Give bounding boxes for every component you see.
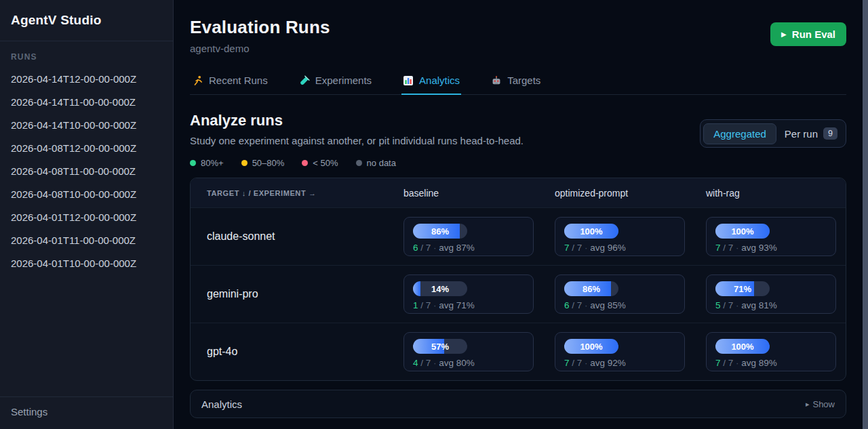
matrix-cell[interactable]: 57%4 / 7 · avg 80% — [403, 332, 534, 371]
matrix-cell[interactable]: 71%5 / 7 · avg 81% — [706, 274, 836, 314]
page-title: Evaluation Runs — [190, 17, 846, 38]
pass-count: 7 — [564, 243, 570, 253]
show-toggle[interactable]: ▸ Show — [806, 399, 835, 409]
settings-link[interactable]: Settings — [11, 406, 47, 417]
pass-rate-percent: 100% — [564, 339, 618, 354]
matrix-cell[interactable]: 100%7 / 7 · avg 89% — [706, 332, 836, 371]
sidebar-run-item[interactable]: 2026-04-08T10-00-00-000Z — [0, 182, 173, 205]
pass-rate-percent: 100% — [715, 224, 770, 239]
denominator: / 7 — [570, 358, 583, 368]
sidebar-run-item[interactable]: 2026-04-01T11-00-00-000Z — [0, 228, 173, 251]
run-eval-button[interactable]: ▶ Run Eval — [770, 22, 846, 46]
tab-bar: Recent RunsExperimentsAnalyticsTargets — [190, 68, 846, 95]
pass-rate-bar: 71% — [715, 281, 770, 296]
avg-score: avg 96% — [590, 243, 626, 253]
avg-score: avg 85% — [590, 300, 626, 310]
sidebar-run-item[interactable]: 2026-04-08T11-00-00-000Z — [0, 159, 173, 182]
pass-count: 5 — [715, 300, 721, 310]
main-content: Evaluation Runs agentv-demo ▶ Run Eval R… — [174, 0, 863, 429]
matrix-header-row: TARGET ↓ / EXPERIMENT → baseline optimiz… — [191, 178, 846, 207]
chevron-right-icon: ▸ — [806, 400, 810, 409]
target-label: claude-sonnet — [191, 230, 403, 243]
pass-count: 6 — [564, 300, 570, 310]
pass-count: 4 — [413, 358, 418, 368]
matrix-row: claude-sonnet86%6 / 7 · avg 87%100%7 / 7… — [191, 207, 846, 265]
sidebar-header: AgentV Studio — [0, 0, 173, 41]
tab-targets[interactable]: Targets — [490, 68, 542, 95]
cell-summary: 7 / 7 · avg 96% — [564, 243, 675, 253]
per-run-label: Per run — [785, 128, 818, 140]
matrix-cell[interactable]: 14%1 / 7 · avg 71% — [403, 274, 534, 314]
cell-summary: 1 / 7 · avg 71% — [413, 300, 524, 310]
sidebar-run-item[interactable]: 2026-04-01T10-00-00-000Z — [0, 251, 173, 274]
avg-score: avg 89% — [741, 358, 777, 368]
view-toggle: Aggregated Per run 9 — [700, 119, 846, 148]
legend-dot-icon — [190, 160, 196, 166]
legend-dot-icon — [302, 160, 308, 166]
analytics-panel-title: Analytics — [201, 399, 242, 410]
matrix-cell[interactable]: 100%7 / 7 · avg 92% — [555, 332, 685, 371]
pass-count: 6 — [413, 243, 418, 253]
cell-summary: 7 / 7 · avg 92% — [564, 358, 675, 368]
pass-rate-percent: 100% — [715, 339, 770, 354]
pass-rate-bar: 100% — [715, 339, 770, 354]
experiment-column-baseline: baseline — [403, 188, 555, 199]
app-title: AgentV Studio — [11, 13, 101, 28]
sidebar-run-item[interactable]: 2026-04-01T12-00-00-000Z — [0, 205, 173, 228]
cell-summary: 5 / 7 · avg 81% — [715, 300, 827, 310]
separator-dot: · — [431, 300, 439, 310]
avg-score: avg 93% — [741, 243, 777, 253]
matrix-cell[interactable]: 100%7 / 7 · avg 93% — [706, 217, 836, 256]
legend-dot-icon — [356, 160, 362, 166]
separator-dot: · — [733, 358, 741, 368]
legend-item: no data — [356, 158, 396, 168]
sidebar-run-item[interactable]: 2026-04-14T11-00-00-000Z — [0, 90, 173, 113]
pass-rate-bar: 86% — [564, 281, 618, 296]
target-label: gpt-4o — [191, 346, 403, 358]
matrix-cell[interactable]: 86%6 / 7 · avg 87% — [403, 217, 534, 256]
sidebar-run-item[interactable]: 2026-04-14T12-00-00-000Z — [0, 67, 173, 90]
avg-score: avg 92% — [590, 358, 626, 368]
denominator: / 7 — [721, 358, 734, 368]
pass-count: 7 — [564, 358, 570, 368]
pass-rate-bar: 86% — [413, 224, 467, 239]
pass-rate-bar: 14% — [413, 281, 467, 296]
sidebar-run-item[interactable]: 2026-04-08T12-00-00-000Z — [0, 136, 173, 159]
matrix-corner-label: TARGET ↓ / EXPERIMENT → — [191, 189, 403, 197]
cell-summary: 6 / 7 · avg 87% — [413, 243, 524, 253]
tab-analytics[interactable]: Analytics — [401, 68, 461, 95]
matrix-row: gpt-4o57%4 / 7 · avg 80%100%7 / 7 · avg … — [191, 323, 846, 380]
show-label: Show — [812, 399, 835, 409]
pass-count: 7 — [715, 358, 721, 368]
separator-dot: · — [582, 300, 590, 310]
robot-icon — [491, 75, 502, 86]
pass-rate-percent: 86% — [564, 281, 618, 296]
separator-dot: · — [733, 243, 741, 253]
analytics-collapsed-panel: Analytics ▸ Show — [190, 390, 846, 418]
pass-rate-percent: 71% — [715, 281, 770, 296]
pass-rate-bar: 100% — [715, 224, 770, 239]
cell-summary: 7 / 7 · avg 93% — [715, 243, 827, 253]
experiment-column-with-rag: with-rag — [706, 188, 846, 199]
vertical-scrollbar[interactable] — [863, 0, 868, 429]
legend-label: 80%+ — [201, 158, 224, 168]
denominator: / 7 — [721, 300, 734, 310]
tab-label: Analytics — [419, 75, 460, 86]
sidebar-run-item[interactable]: 2026-04-14T10-00-00-000Z — [0, 113, 173, 136]
tab-experiments[interactable]: Experiments — [298, 68, 373, 95]
run-eval-label: Run Eval — [792, 28, 835, 40]
target-label: gemini-pro — [191, 288, 403, 300]
matrix-cell[interactable]: 86%6 / 7 · avg 85% — [555, 274, 685, 314]
per-run-toggle[interactable]: Per run 9 — [779, 123, 843, 144]
separator-dot: · — [431, 358, 439, 368]
tab-recent-runs[interactable]: Recent Runs — [191, 68, 269, 95]
matrix-cell[interactable]: 100%7 / 7 · avg 96% — [555, 217, 685, 256]
cell-summary: 7 / 7 · avg 89% — [715, 358, 827, 368]
separator-dot: · — [582, 243, 590, 253]
tab-label: Recent Runs — [209, 75, 268, 86]
runs-list: 2026-04-14T12-00-00-000Z2026-04-14T11-00… — [0, 67, 173, 274]
denominator: / 7 — [570, 243, 583, 253]
aggregated-toggle[interactable]: Aggregated — [703, 123, 776, 144]
pass-rate-percent: 57% — [413, 339, 467, 354]
score-legend: 80%+50–80%< 50%no data — [190, 158, 846, 168]
